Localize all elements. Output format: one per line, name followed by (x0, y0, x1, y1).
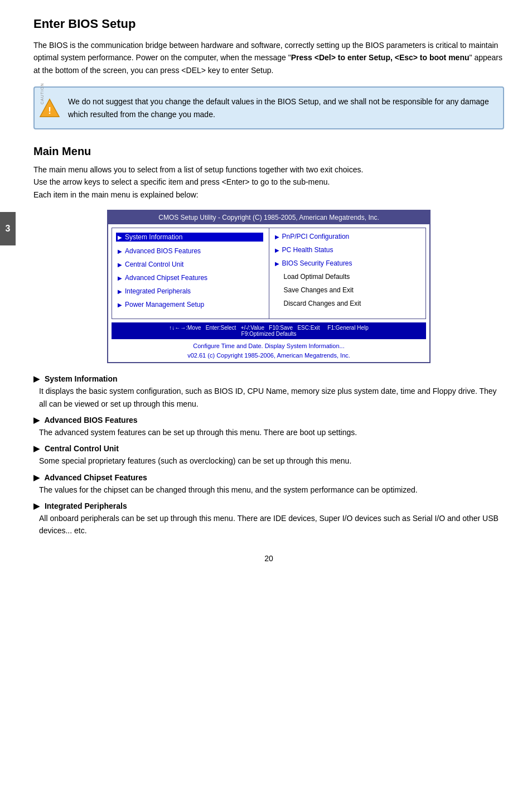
bios-col-right: ▶ PnP/PCI Configuration ▶ PC Health Stat… (269, 228, 426, 319)
desc-central-control-unit: ▶ Central Control Unit Some special prop… (33, 444, 504, 467)
arrow-icon: ▶ (33, 502, 40, 510)
arrow-icon: ▶ (33, 416, 40, 425)
page-number: 20 (33, 554, 504, 563)
bios-footer-bar: ↑↓←→:Move Enter:Select +/-/:Value F10:Sa… (112, 322, 426, 339)
bios-item-power-management-setup[interactable]: ▶ Power Management Setup (118, 301, 263, 308)
arrow-icon: ▶ (118, 234, 122, 240)
bios-item-central-control-unit[interactable]: ▶ Central Control Unit (118, 261, 263, 268)
desc-system-information: ▶ System Information It displays the bas… (33, 374, 504, 410)
arrow-icon: ▶ (118, 248, 122, 254)
page-title: Enter BIOS Setup (33, 17, 504, 31)
caution-icon: CAUTION ! (39, 93, 62, 117)
bios-item-pc-health-status[interactable]: ▶ PC Health Status (275, 246, 420, 254)
caution-box: CAUTION ! We do not suggest that you cha… (33, 86, 504, 129)
arrow-icon: ▶ (275, 247, 279, 253)
side-tab: 3 (0, 212, 16, 245)
bios-item-system-information[interactable]: ▶ System Information (116, 233, 263, 242)
arrow-icon: ▶ (118, 302, 122, 308)
bios-item-advanced-bios-features[interactable]: ▶ Advanced BIOS Features (118, 247, 263, 255)
arrow-icon: ▶ (118, 275, 122, 281)
arrow-icon: ▶ (118, 262, 122, 268)
desc-text-central-control-unit: Some special proprietary features (such … (33, 455, 504, 467)
arrow-icon: ▶ (33, 374, 40, 383)
bios-screenshot: CMOS Setup Utility - Copyright (C) 1985-… (107, 210, 431, 363)
bios-item-bios-security-features[interactable]: ▶ BIOS Security Features (275, 259, 420, 267)
bios-item-load-optimal-defaults[interactable]: Load Optimal Defaults (284, 273, 420, 281)
bios-header: CMOS Setup Utility - Copyright (C) 1985-… (108, 211, 429, 224)
bios-item-integrated-peripherals[interactable]: ▶ Integrated Peripherals (118, 287, 263, 295)
side-tab-number: 3 (6, 224, 11, 234)
bios-item-advanced-chipset-features[interactable]: ▶ Advanced Chipset Features (118, 274, 263, 282)
desc-text-advanced-chipset-features: The values for the chipset can be change… (33, 484, 504, 496)
arrow-icon: ▶ (275, 234, 279, 240)
arrow-icon: ▶ (33, 444, 40, 453)
desc-title-advanced-chipset-features: ▶ Advanced Chipset Features (33, 473, 504, 482)
desc-title-advanced-bios-features: ▶ Advanced BIOS Features (33, 416, 504, 425)
arrow-icon: ▶ (275, 261, 279, 267)
desc-integrated-peripherals: ▶ Integrated Peripherals All onboard per… (33, 502, 504, 537)
desc-text-integrated-peripherals: All onboard peripherals can be set up th… (33, 512, 504, 537)
bios-col-left: ▶ System Information ▶ Advanced BIOS Fea… (112, 228, 269, 319)
desc-title-system-information: ▶ System Information (33, 374, 504, 383)
intro-paragraph: The BIOS is the communication bridge bet… (33, 39, 504, 76)
bios-copyright: v02.61 (c) Copyright 1985-2006, American… (108, 351, 429, 362)
desc-title-central-control-unit: ▶ Central Control Unit (33, 444, 504, 453)
main-menu-intro: The main menu allows you to select from … (33, 163, 504, 201)
arrow-icon: ▶ (118, 288, 122, 295)
bios-item-discard-changes-exit[interactable]: Discard Changes and Exit (284, 300, 420, 307)
caution-text: We do not suggest that you change the de… (68, 97, 489, 118)
svg-text:!: ! (48, 105, 51, 116)
bios-item-save-changes-exit[interactable]: Save Changes and Exit (284, 286, 420, 294)
desc-advanced-chipset-features: ▶ Advanced Chipset Features The values f… (33, 473, 504, 496)
desc-text-system-information: It displays the basic system configurati… (33, 385, 504, 410)
desc-title-integrated-peripherals: ▶ Integrated Peripherals (33, 502, 504, 510)
desc-advanced-bios-features: ▶ Advanced BIOS Features The advanced sy… (33, 416, 504, 438)
main-menu-title: Main Menu (33, 145, 504, 158)
bios-item-pnp-pci[interactable]: ▶ PnP/PCI Configuration (275, 233, 420, 240)
desc-text-advanced-bios-features: The advanced system features can be set … (33, 426, 504, 438)
bios-content: ▶ System Information ▶ Advanced BIOS Fea… (112, 228, 426, 319)
description-list: ▶ System Information It displays the bas… (33, 374, 504, 537)
arrow-icon: ▶ (33, 473, 40, 482)
bios-status-bar: Configure Time and Date. Display System … (108, 341, 429, 351)
